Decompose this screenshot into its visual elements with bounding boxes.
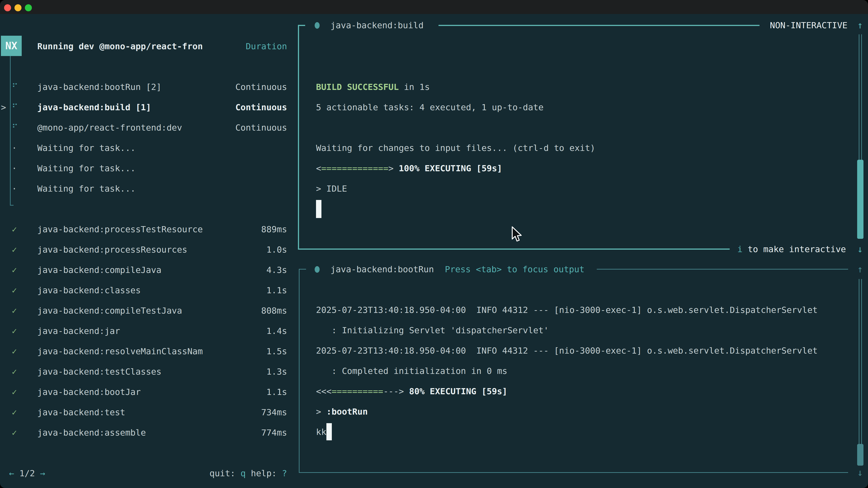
build-scroll-down-icon[interactable]: ↓ — [855, 239, 865, 259]
task-duration: 808ms — [261, 300, 287, 321]
task-label: java-backend:compileJava — [37, 260, 161, 280]
check-icon: ✓ — [12, 422, 17, 443]
check-icon: ✓ — [12, 300, 17, 321]
waiting-dot-icon: · — [12, 158, 17, 178]
build-pane-title: java-backend:build — [331, 15, 424, 35]
bootrun-scrollbar-thumb[interactable] — [857, 444, 864, 466]
waiting-dot-icon: · — [12, 178, 17, 199]
help-key[interactable]: ? — [282, 468, 287, 478]
task-row[interactable]: ✓ java-backend:test 734ms — [0, 402, 287, 422]
task-row[interactable]: ✓ java-backend:compileJava 4.3s — [0, 260, 287, 280]
quit-key[interactable]: q — [241, 468, 246, 478]
build-time: in 1s — [399, 82, 430, 92]
task-duration: 1.4s — [266, 321, 287, 341]
task-duration: 889ms — [261, 219, 287, 239]
task-label: java-backend:processResources — [37, 239, 187, 260]
task-row[interactable]: ✓ java-backend:processTestResource 889ms — [0, 219, 287, 239]
interactive-hint-text: to make interactive — [743, 244, 846, 254]
build-tasks-summary: 5 actionable tasks: 4 executed, 1 up-to-… — [316, 97, 544, 118]
minimize-button[interactable] — [14, 4, 22, 11]
bootrun-input-line[interactable]: kk — [316, 422, 332, 442]
task-row[interactable]: ✓ java-backend:processResources 1.0s — [0, 239, 287, 260]
bootrun-pane-title: java-backend:bootRun — [331, 259, 434, 280]
task-row[interactable]: · Waiting for task... — [0, 158, 287, 178]
pagination: ← 1/2 → — [9, 463, 45, 484]
task-duration: 1.0s — [266, 239, 287, 260]
prompt-text: :bootRun — [327, 407, 368, 417]
bootrun-text-cursor — [327, 423, 332, 440]
task-label: @mono-app/react-frontend:dev — [37, 118, 182, 138]
task-row[interactable]: ✓ java-backend:testClasses 1.3s — [0, 361, 287, 382]
progress-open: < — [316, 163, 321, 173]
task-row[interactable]: · Waiting for task... — [0, 138, 287, 158]
build-pane-border-top-stub — [298, 25, 305, 26]
bootrun-pane-border-bottom — [299, 472, 848, 473]
task-duration: 4.3s — [266, 260, 287, 280]
build-pane-footer-hint: i to make interactive — [737, 239, 846, 259]
spinner-icon: ⠋ — [12, 118, 18, 138]
check-icon: ✓ — [12, 382, 17, 402]
task-row[interactable]: ✓ java-backend:classes 1.1s — [0, 280, 287, 300]
log-line: : Initializing Servlet 'dispatcherServle… — [316, 320, 549, 340]
build-pane-border-bottom — [298, 249, 730, 250]
task-label: java-backend:bootRun [2] — [37, 77, 161, 97]
task-duration: 1.1s — [266, 382, 287, 402]
interactive-key[interactable]: i — [737, 244, 743, 254]
task-duration: 734ms — [261, 402, 287, 422]
task-label: java-backend:processTestResource — [37, 219, 203, 239]
bootrun-scroll-up-icon[interactable]: ↑ — [855, 259, 865, 280]
completed-task-list: ✓ java-backend:processTestResource 889ms… — [0, 219, 287, 443]
waiting-dot-icon: · — [12, 138, 17, 158]
progress-head: <<< — [316, 386, 332, 396]
maximize-button[interactable] — [25, 4, 32, 11]
task-duration: 1.1s — [266, 280, 287, 300]
check-icon: ✓ — [12, 280, 17, 300]
duration-column-header: Duration — [246, 36, 287, 57]
prompt-arrow: > — [316, 407, 327, 417]
spinner-icon: ⠋ — [12, 77, 18, 97]
build-progress-bar: <=============> 100% EXECUTING [59s] — [316, 158, 502, 178]
close-button[interactable] — [4, 4, 11, 11]
task-row[interactable]: ⠋ java-backend:bootRun [2] Continuous — [0, 77, 287, 97]
build-scrollbar-track[interactable] — [859, 34, 862, 160]
sidebar-header: Running dev @mono-app/react-fron Duratio… — [0, 36, 287, 57]
page-next-icon[interactable]: → — [40, 468, 45, 478]
spinner-icon: ⠋ — [12, 97, 18, 118]
progress-close: > — [388, 163, 394, 173]
page-indicator: 1/2 — [20, 468, 35, 478]
bootrun-focus-hint: Press <tab> to focus output — [445, 259, 585, 280]
task-row[interactable]: ✓ java-backend:resolveMainClassNam 1.5s — [0, 341, 287, 361]
progress-rest: ---> — [383, 386, 404, 396]
help-label: help: — [251, 468, 277, 478]
build-waiting-line: Waiting for changes to input files... (c… — [316, 138, 595, 158]
bootrun-scrollbar-track[interactable] — [859, 279, 862, 444]
bootrun-pane-border-top-stub — [299, 269, 306, 269]
check-icon: ✓ — [12, 341, 17, 361]
log-line: 2025-07-23T13:40:18.950-04:00 INFO 44312… — [316, 340, 817, 361]
task-row[interactable]: ✓ java-backend:jar 1.4s — [0, 321, 287, 341]
bootrun-pane-dot-icon — [315, 266, 320, 273]
build-status: BUILD SUCCESSFUL — [316, 82, 399, 92]
page-prev-icon[interactable]: ← — [9, 468, 14, 478]
task-label: java-backend:resolveMainClassNam — [37, 341, 203, 361]
task-row[interactable]: ✓ java-backend:assemble 774ms — [0, 422, 287, 443]
task-row-selected[interactable]: ⠋ java-backend:build [1] Continuous — [0, 97, 287, 118]
task-row[interactable]: ✓ java-backend:bootJar 1.1s — [0, 382, 287, 402]
keyboard-hints: quit: q help: ? — [210, 463, 287, 484]
check-icon: ✓ — [12, 321, 17, 341]
build-scroll-up-icon[interactable]: ↑ — [855, 15, 865, 35]
task-duration: 774ms — [261, 422, 287, 443]
task-label: java-backend:test — [37, 402, 125, 422]
task-row[interactable]: ⠋ @mono-app/react-frontend:dev Continuou… — [0, 118, 287, 138]
build-pane-mode-badge: NON-INTERACTIVE — [770, 15, 847, 35]
task-row[interactable]: ✓ java-backend:compileTestJava 808ms — [0, 300, 287, 321]
terminal-window: NX Running dev @mono-app/react-fron Dura… — [0, 0, 868, 488]
check-icon: ✓ — [12, 260, 17, 280]
task-label: java-backend:assemble — [37, 422, 146, 443]
titlebar — [0, 0, 868, 14]
progress-filled: ========== — [332, 386, 383, 396]
task-duration: 1.3s — [266, 361, 287, 382]
task-label: java-backend:bootJar — [37, 382, 141, 402]
task-row[interactable]: · Waiting for task... — [0, 178, 287, 199]
build-scrollbar-thumb[interactable] — [857, 160, 864, 239]
